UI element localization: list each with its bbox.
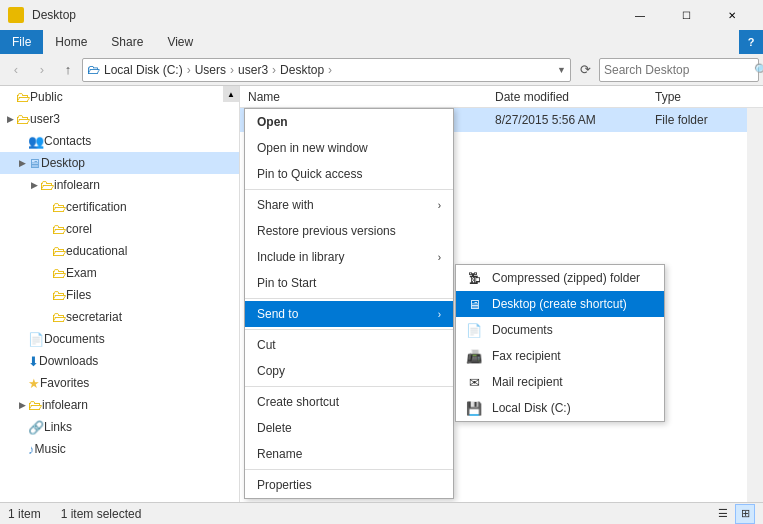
submenu-item-documents[interactable]: 📄Documents (456, 317, 664, 343)
file-menu-button[interactable]: File (0, 30, 43, 54)
col-type-header[interactable]: Type (655, 90, 755, 104)
sidebar: ▲ 🗁Public▶🗁user3 👥Contacts▶🖥Desktop▶🗁inf… (0, 86, 240, 502)
file-type-cell: File folder (655, 113, 755, 127)
context-menu-item-pin-start[interactable]: Pin to Start (245, 270, 453, 296)
submenu-item-compressed[interactable]: 🗜Compressed (zipped) folder (456, 265, 664, 291)
context-menu-item-copy[interactable]: Copy (245, 358, 453, 384)
submenu-item-icon: 📄 (464, 320, 484, 340)
context-menu-item-delete[interactable]: Delete (245, 415, 453, 441)
list-view-button[interactable]: ☰ (713, 504, 733, 524)
sidebar-item-infolearn[interactable]: ▶🗁infolearn (0, 174, 239, 196)
sidebar-item-label: Desktop (41, 156, 85, 170)
context-menu-separator (245, 189, 453, 190)
title-bar-left: Desktop (8, 7, 76, 23)
sidebar-item-label: user3 (30, 112, 60, 126)
sidebar-item-label: Contacts (44, 134, 91, 148)
address-part-1: Local Disk (C:) (104, 63, 183, 77)
col-name-header[interactable]: Name (248, 90, 495, 104)
submenu-item-label: Documents (492, 323, 553, 337)
back-button[interactable]: ‹ (4, 58, 28, 82)
context-menu-item-rename[interactable]: Rename (245, 441, 453, 467)
sidebar-scroll-up[interactable]: ▲ (223, 86, 239, 102)
tab-share[interactable]: Share (99, 30, 155, 54)
sidebar-item-infolearn2[interactable]: ▶🗁infolearn (0, 394, 239, 416)
tab-home[interactable]: Home (43, 30, 99, 54)
sidebar-item-downloads[interactable]: ⬇Downloads (0, 350, 239, 372)
context-menu-separator (245, 329, 453, 330)
submenu-arrow-icon: › (438, 309, 441, 320)
context-menu-item-include-library[interactable]: Include in library› (245, 244, 453, 270)
address-dropdown-icon[interactable]: ▼ (557, 65, 566, 75)
sidebar-item-favorites[interactable]: ★Favorites (0, 372, 239, 394)
address-bar[interactable]: 🗁 Local Disk (C:) › Users › user3 › Desk… (82, 58, 571, 82)
submenu-item-label: Compressed (zipped) folder (492, 271, 640, 285)
sidebar-item-exam[interactable]: 🗁Exam (0, 262, 239, 284)
submenu-item-icon: 💾 (464, 398, 484, 418)
context-menu-item-properties[interactable]: Properties (245, 472, 453, 498)
context-menu-separator (245, 386, 453, 387)
search-input[interactable] (604, 63, 754, 77)
col-date-header[interactable]: Date modified (495, 90, 655, 104)
context-menu-item-open-new-window[interactable]: Open in new window (245, 135, 453, 161)
minimize-button[interactable]: — (617, 0, 663, 30)
up-button[interactable]: ↑ (56, 58, 80, 82)
submenu-item-label: Local Disk (C:) (492, 401, 571, 415)
sidebar-item-desktop[interactable]: ▶🖥Desktop (0, 152, 239, 174)
sidebar-item-label: Public (30, 90, 63, 104)
sidebar-item-label: Documents (44, 332, 105, 346)
submenu-item-icon: ✉ (464, 372, 484, 392)
context-menu-item-cut[interactable]: Cut (245, 332, 453, 358)
expand-icon: ▶ (16, 400, 28, 410)
sidebar-item-documents[interactable]: 📄Documents (0, 328, 239, 350)
submenu-item-fax-recipient[interactable]: 📠Fax recipient (456, 343, 664, 369)
context-menu-item-restore-previous[interactable]: Restore previous versions (245, 218, 453, 244)
context-menu-item-open[interactable]: Open (245, 109, 453, 135)
close-button[interactable]: ✕ (709, 0, 755, 30)
sidebar-item-corel[interactable]: 🗁corel (0, 218, 239, 240)
sidebar-item-label: Exam (66, 266, 97, 280)
sidebar-item-secretariat[interactable]: 🗁secretariat (0, 306, 239, 328)
title-bar-controls: — ☐ ✕ (617, 0, 755, 30)
expand-icon: ▶ (4, 114, 16, 124)
window-title: Desktop (32, 8, 76, 22)
submenu-item-local-disk[interactable]: 💾Local Disk (C:) (456, 395, 664, 421)
forward-button[interactable]: › (30, 58, 54, 82)
expand-icon: ▶ (16, 158, 28, 168)
context-menu: OpenOpen in new windowPin to Quick acces… (244, 108, 454, 499)
details-view-button[interactable]: ⊞ (735, 504, 755, 524)
sidebar-item-certification[interactable]: 🗁certification (0, 196, 239, 218)
submenu-item-icon: 🖥 (464, 294, 484, 314)
sidebar-item-files[interactable]: 🗁Files (0, 284, 239, 306)
context-menu-separator (245, 469, 453, 470)
sidebar-item-links[interactable]: 🔗Links (0, 416, 239, 438)
submenu-item-label: Mail recipient (492, 375, 563, 389)
context-menu-item-pin-quick-access[interactable]: Pin to Quick access (245, 161, 453, 187)
sidebar-item-label: corel (66, 222, 92, 236)
content-pane: Name Date modified Type 🗁 infolearn 8/27… (240, 86, 763, 502)
sidebar-item-educational[interactable]: 🗁educational (0, 240, 239, 262)
sidebar-item-contacts[interactable]: 👥Contacts (0, 130, 239, 152)
title-bar: Desktop — ☐ ✕ (0, 0, 763, 30)
sidebar-item-label: Links (44, 420, 72, 434)
submenu-item-mail-recipient[interactable]: ✉Mail recipient (456, 369, 664, 395)
context-menu-item-send-to[interactable]: Send to› (245, 301, 453, 327)
sidebar-item-label: secretariat (66, 310, 122, 324)
address-part-3: user3 (238, 63, 268, 77)
search-bar[interactable]: 🔍 (599, 58, 759, 82)
sidebar-item-label: Files (66, 288, 91, 302)
refresh-button[interactable]: ⟳ (573, 58, 597, 82)
context-menu-item-share-with[interactable]: Share with› (245, 192, 453, 218)
submenu-arrow-icon: › (438, 200, 441, 211)
sidebar-item-user3[interactable]: ▶🗁user3 (0, 108, 239, 130)
context-menu-item-create-shortcut[interactable]: Create shortcut (245, 389, 453, 415)
help-button[interactable]: ? (739, 30, 763, 54)
selection-count: 1 item selected (61, 507, 142, 521)
sidebar-item-label: educational (66, 244, 127, 258)
tab-view[interactable]: View (155, 30, 205, 54)
sidebar-item-public[interactable]: 🗁Public (0, 86, 239, 108)
submenu-item-desktop-shortcut[interactable]: 🖥Desktop (create shortcut) (456, 291, 664, 317)
item-count: 1 item (8, 507, 41, 521)
content-scrollbar[interactable] (747, 108, 763, 502)
maximize-button[interactable]: ☐ (663, 0, 709, 30)
sidebar-item-music[interactable]: ♪Music (0, 438, 239, 460)
